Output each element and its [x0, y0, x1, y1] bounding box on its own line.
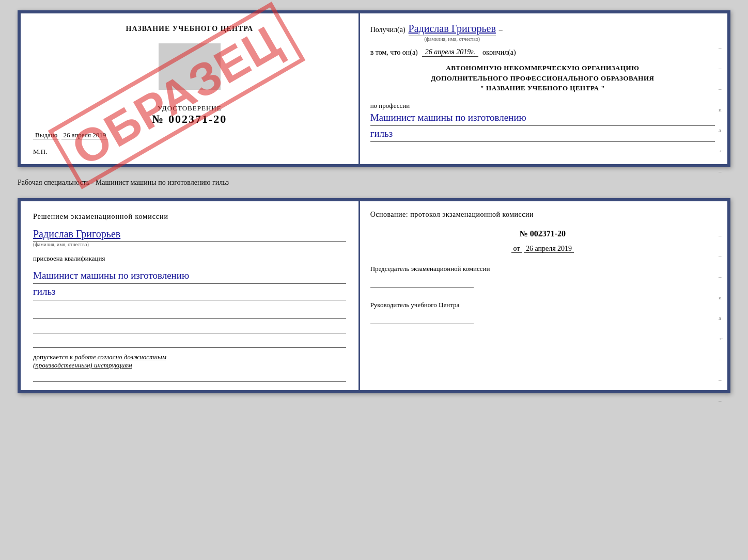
id-number: № 002371-20 [33, 113, 346, 126]
profession-label: по профессии [370, 102, 715, 110]
basis-title: Основание: протокол экзаменационной коми… [370, 211, 715, 219]
head-signature-line [370, 314, 474, 324]
допускается-text2: (производственным) инструкциям [33, 361, 346, 370]
допускается-block: допускается к работе согласно должностны… [33, 353, 346, 382]
received-line: Получил(а) Радислав Григорьев (фамилия, … [370, 23, 715, 42]
profession-name2: гильз [370, 126, 715, 142]
bottom-lines [33, 309, 346, 348]
bottom-line-3 [33, 338, 346, 348]
bottom-doc-left: Решением экзаменационной комиссии Радисл… [21, 201, 360, 390]
chairman-label: Председатель экзаменационной комиссии [370, 264, 715, 274]
chairman-block: Председатель экзаменационной комиссии [370, 264, 715, 288]
id-block: УДОСТОВЕРЕНИЕ № 002371-20 [33, 104, 346, 126]
bottom-line-1 [33, 309, 346, 319]
decision-sublabel: (фамилия, имя, отчество) [33, 242, 346, 247]
profession-block: по профессии Машинист машины по изготовл… [370, 102, 715, 142]
допускается-text: работе согласно должностным [74, 353, 166, 361]
org-block: АВТОНОМНУЮ НЕКОММЕРЧЕСКУЮ ОРГАНИЗАЦИЮ ДО… [370, 63, 715, 93]
head-label: Руководитель учебного Центра [370, 300, 715, 310]
completed-suffix: окончил(а) [482, 49, 516, 57]
br-right-marks: – – – и а ← – – – [719, 232, 724, 404]
bottom-doc-right: Основание: протокол экзаменационной коми… [360, 201, 727, 390]
profession-name: Машинист машины по изготовлению [370, 110, 715, 126]
bottom-document: Решением экзаменационной комиссии Радисл… [18, 198, 730, 393]
protocol-date-value: 26 апреля 2019 [524, 245, 574, 253]
separator-label: Рабочая специальность - Машинист машины … [18, 177, 730, 189]
top-doc-right: Получил(а) Радислав Григорьев (фамилия, … [360, 13, 727, 164]
допускается-line [33, 372, 346, 382]
top-left-title: НАЗВАНИЕ УЧЕБНОГО ЦЕНТРА [33, 25, 346, 33]
completed-line: в том, что он(а) 26 апреля 2019г. окончи… [370, 48, 715, 57]
top-document: НАЗВАНИЕ УЧЕБНОГО ЦЕНТРА ОБРАЗЕЦ УДОСТОВ… [18, 10, 730, 167]
received-dash: – [499, 26, 503, 34]
org-line2: ДОПОЛНИТЕЛЬНОГО ПРОФЕССИОНАЛЬНОГО ОБРАЗО… [370, 73, 715, 84]
chairman-signature-line [370, 278, 474, 288]
photo-placeholder [159, 43, 221, 90]
mp-line: М.П. [33, 148, 346, 156]
qualification-name: Машинист машины по изготовлению [33, 268, 346, 284]
id-label: УДОСТОВЕРЕНИЕ [33, 104, 346, 113]
completed-date: 26 апреля 2019г. [422, 48, 478, 57]
decision-name: Радислав Григорьев [33, 228, 346, 242]
received-prefix: Получил(а) [370, 26, 406, 34]
head-block: Руководитель учебного Центра [370, 300, 715, 324]
decision-title: Решением экзаменационной комиссии [33, 213, 346, 221]
received-name: Радислав Григорьев [409, 23, 496, 36]
mp-label: М.П. [33, 148, 47, 155]
protocol-number: № 002371-20 [370, 229, 715, 238]
completed-prefix: в том, что он(а) [370, 49, 418, 57]
qualification-label: присвоена квалификация [33, 254, 346, 263]
top-doc-left: НАЗВАНИЕ УЧЕБНОГО ЦЕНТРА ОБРАЗЕЦ УДОСТОВ… [21, 13, 360, 164]
issued-line: Выдано 26 апреля 2019 [33, 131, 346, 139]
org-line1: АВТОНОМНУЮ НЕКОММЕРЧЕСКУЮ ОРГАНИЗАЦИЮ [370, 63, 715, 73]
received-sublabel: (фамилия, имя, отчество) [409, 36, 496, 42]
protocol-date: от 26 апреля 2019 [370, 245, 715, 253]
bottom-line-2 [33, 323, 346, 333]
допускается-label: допускается к [33, 353, 73, 361]
qualification-name2: гильз [33, 284, 346, 300]
date-prefix: от [511, 245, 522, 253]
org-line3: " НАЗВАНИЕ УЧЕБНОГО ЦЕНТРА " [370, 83, 715, 93]
issued-date: 26 апреля 2019 [61, 131, 108, 139]
separator-text: Рабочая специальность - Машинист машины … [18, 179, 229, 186]
issued-label: Выдано [33, 131, 59, 139]
right-marks: – – – и а ← – [719, 44, 724, 174]
